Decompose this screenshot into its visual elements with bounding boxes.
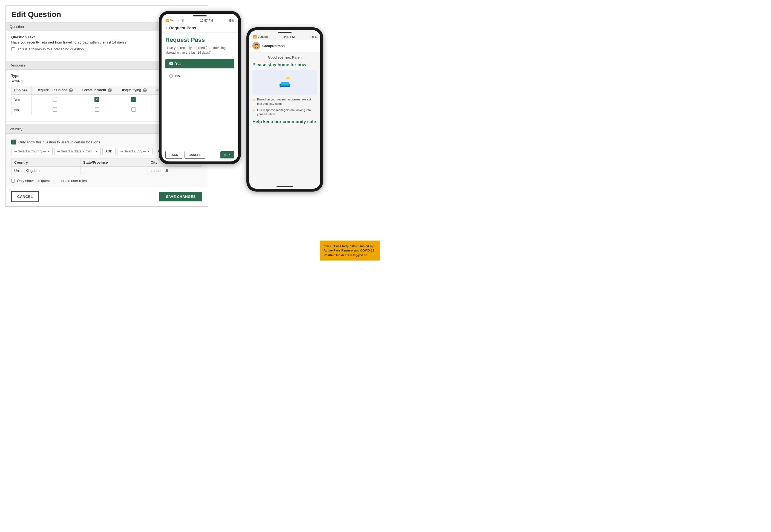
create-incident-info-icon[interactable]: ? (108, 88, 112, 92)
phone1-battery: 95% (228, 19, 234, 22)
phone2-app-name: CampusPass (262, 44, 285, 48)
no-label: No (175, 74, 180, 78)
footnote-text: *Only if Pass Requests Disabled by Activ… (323, 244, 374, 257)
phone1-answer-no[interactable]: No (165, 71, 234, 81)
phone2-status-bar: 📶 Verizon 4:02 PM 68% (249, 33, 320, 40)
followup-checkbox[interactable] (11, 47, 15, 51)
phone2-home-indicator (276, 186, 293, 187)
col-choices: Choices (11, 86, 32, 95)
yes-create-incident (78, 95, 116, 105)
empty-checkbox-no-incident[interactable] (95, 107, 99, 112)
phone1-page-title: Request Pass (165, 36, 234, 44)
yes-check-icon: ✓ (169, 62, 173, 65)
yes-disqualifying (116, 95, 151, 105)
footnote-bold: Pass Requests Disabled by Active Pass Re… (323, 244, 374, 257)
followup-label: This is a follow-up to a preceding quest… (17, 47, 84, 51)
user-roles-checkbox[interactable] (11, 179, 15, 183)
city-arrow-icon: ▼ (148, 150, 150, 153)
phone1-speaker (193, 15, 207, 16)
city-dropdown[interactable]: --- Select a City --- ▼ (117, 148, 153, 155)
info1-icon: ☀ (252, 98, 255, 102)
col-country: Country (11, 158, 80, 167)
footnote-box: *Only if Pass Requests Disabled by Activ… (320, 241, 380, 261)
phone1-status-bar: 📶 Verizon 📡 12:57 PM 95% (161, 17, 238, 23)
phone2-header: 👩 CampusPass (249, 40, 320, 52)
phone2-avatar: 👩 (252, 42, 260, 50)
location-state: - (80, 167, 148, 175)
phone-2-screen: 📶 Verizon 4:02 PM 68% 👩 CampusPass Good … (249, 30, 320, 189)
country-placeholder: --- Select a Country --- (14, 149, 46, 153)
location-checkbox-label: Only show this question to users in cert… (18, 140, 100, 144)
phone1-answer-yes[interactable]: ✓ Yes (165, 59, 234, 68)
phone1-footer: BACK CANCEL NEX (161, 148, 238, 161)
phone1-header-title: Request Pass (169, 25, 196, 30)
info2-text: Our response managers are looking into y… (257, 108, 317, 117)
country-arrow-icon: ▼ (47, 150, 50, 153)
phone2-time: 4:02 PM (283, 35, 294, 39)
phone2-battery: 68% (310, 35, 316, 39)
phone1-header: ‹ Request Pass (161, 23, 238, 33)
no-create-incident (78, 105, 116, 115)
phone2-stay-home-title: Please stay home for now (252, 62, 317, 67)
add-state-button[interactable]: ADD (102, 148, 115, 155)
signal-icon: 📶 (165, 19, 169, 22)
empty-checkbox-no-disq[interactable] (131, 107, 136, 112)
phone-1-screen: 📶 Verizon 📡 12:57 PM 95% ‹ Request Pass … (161, 14, 238, 161)
no-radio-icon (169, 74, 173, 78)
state-arrow-icon: ▼ (96, 150, 98, 153)
no-disqualifying (116, 105, 151, 115)
country-dropdown[interactable]: --- Select a Country --- ▼ (11, 148, 53, 155)
city-placeholder: --- Select a City --- (120, 149, 146, 153)
green-checkbox-disqualifying[interactable] (131, 97, 136, 102)
phone-1: 📶 Verizon 📡 12:57 PM 95% ‹ Request Pass … (159, 11, 241, 164)
phone2-community-safe: Help keep our community safe (252, 119, 317, 124)
disqualifying-info-icon[interactable]: ? (143, 88, 147, 92)
green-checkbox-incident[interactable] (94, 97, 99, 102)
state-placeholder: --- Select a State/Provin... (57, 149, 94, 153)
info1-text: Based on your recent responses, we ask t… (257, 97, 317, 106)
location-country: United Kingdom (11, 167, 80, 175)
phone1-back-button[interactable]: BACK (165, 151, 182, 159)
choice-yes: Yes (11, 95, 32, 105)
phone1-cancel-button[interactable]: CANCEL (184, 151, 205, 159)
empty-checkbox-no-file[interactable] (53, 107, 57, 112)
yes-require-file (32, 95, 78, 105)
info2-icon: ☀ (252, 108, 255, 113)
phone2-carrier: 📶 Verizon (253, 35, 268, 39)
col-disqualifying: Disqualifying ? (116, 86, 151, 95)
col-state: State/Province (80, 158, 148, 167)
phone2-illustration: 🛋️ (252, 70, 317, 95)
wifi-icon: 📡 (181, 19, 185, 22)
user-roles-label: Only show this question to certain user … (17, 179, 87, 183)
phone1-carrier: 📶 Verizon 📡 (165, 19, 185, 22)
phone2-speaker (278, 32, 291, 33)
phone2-signal-icon: 📶 (253, 35, 257, 38)
phone2-greeting: Good evening, Karen (252, 55, 317, 59)
state-dropdown[interactable]: --- Select a State/Provin... ▼ (54, 148, 100, 155)
location-checked-checkbox[interactable] (11, 140, 16, 144)
phone1-next-button[interactable]: NEX (220, 151, 234, 158)
back-arrow-icon[interactable]: ‹ (165, 25, 167, 31)
empty-checkbox[interactable] (53, 97, 57, 102)
choice-no: No (11, 105, 32, 115)
phone-2: 📶 Verizon 4:02 PM 68% 👩 CampusPass Good … (246, 27, 323, 192)
save-changes-button[interactable]: SAVE CHANGES (159, 192, 202, 201)
col-require-file: Require File Upload ? (32, 86, 78, 95)
phone2-info-2: ☀ Our response managers are looking into… (252, 108, 317, 117)
phone1-question-text: Have you recently returned from travelin… (165, 46, 234, 55)
phone2-content: Good evening, Karen Please stay home for… (249, 52, 320, 184)
require-file-info-icon[interactable]: ? (69, 88, 73, 92)
phone1-time: 12:57 PM (200, 19, 213, 22)
phones-container: 📶 Verizon 📡 12:57 PM 95% ‹ Request Pass … (159, 11, 323, 192)
cancel-button[interactable]: CANCEL (11, 191, 39, 202)
no-require-file (32, 105, 78, 115)
phone1-content: Request Pass Have you recently returned … (161, 33, 238, 148)
yes-label: Yes (175, 62, 181, 66)
phone2-info-1: ☀ Based on your recent responses, we ask… (252, 97, 317, 106)
col-create-incident: Create Incident ? (78, 86, 116, 95)
